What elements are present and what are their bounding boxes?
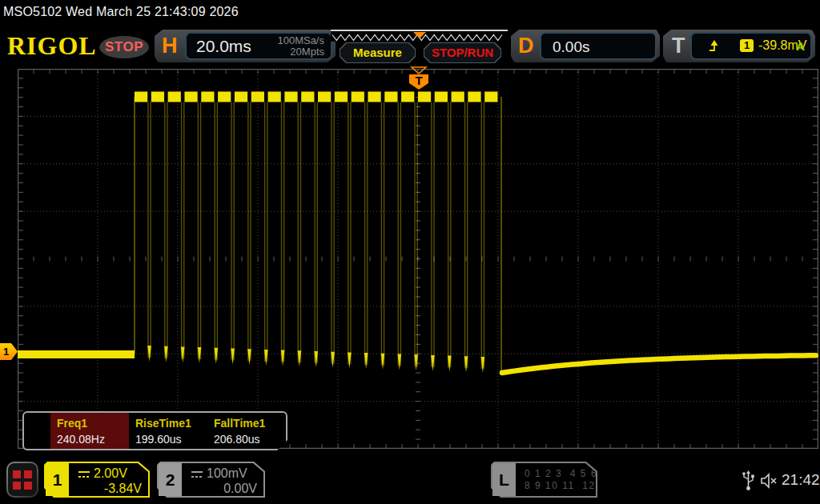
acquisition-info: 100MSa/s 20Mpts [277,35,324,58]
speaker-muted-icon [760,473,779,489]
channel2-status-block[interactable]: 100mV 0.00V 2 [157,462,265,498]
channel2-number-tab[interactable]: 2 [159,463,182,496]
delay-box[interactable]: 0.00s [540,32,657,60]
title-bar: MSO5102 Wed March 25 21:43:09 2026 [3,5,239,19]
logic-channels-row2: 8 9 10 11 12 13 14 15 [525,480,646,491]
measure-button[interactable]: Measure [340,42,416,63]
trigger-box[interactable]: 1 -39.8mV A [690,32,812,60]
channel1-offset: -3.84V [104,482,142,496]
delay-settings-group[interactable]: D 0.00s [511,30,660,62]
memory-depth: 20Mpts [277,46,324,58]
horizontal-label: H [162,30,178,62]
usb-icon [742,470,755,492]
run-state-badge[interactable]: STOP [99,36,149,58]
logic-tab[interactable]: L [492,463,516,496]
trigger-mode-auto: A [796,39,805,53]
trigger-label: T [672,30,685,62]
trigger-slope-icon [708,39,722,53]
channel1-number-tab[interactable]: 1 [46,463,69,496]
logic-channels-block[interactable]: 0 1 2 3 4 5 6 7 8 9 10 11 12 13 14 15 L [491,462,597,498]
waveform-preview-bar[interactable] [331,30,508,42]
measurement-freq1[interactable]: Freq1 240.08Hz [50,413,129,449]
preview-zigzag-icon [331,31,508,43]
clock: 21:42 [782,471,820,489]
channel1-waveform [18,69,818,449]
trigger-source-badge: 1 [740,39,754,52]
delay-label: D [518,30,534,62]
measurement-results-panel[interactable]: Freq1 240.08Hz RiseTime1 199.60us FallTi… [22,411,287,450]
rigol-logo: RIGOL [7,31,97,61]
svg-text:T: T [415,74,422,87]
menu-grid-icon [8,463,37,496]
channel1-scale: 2.00V [94,466,127,481]
timebase-value: 20.0ms [196,37,251,56]
delay-value: 0.00s [553,38,589,56]
timebase-box[interactable]: 20.0ms 100MSa/s 20Mpts [185,32,332,60]
channel1-position-marker[interactable]: 1 [0,343,18,360]
channel1-status-block[interactable]: 2.00V -3.84V 1 [44,462,150,498]
horizontal-settings-group[interactable]: H 20.0ms 100MSa/s 20Mpts [155,30,336,62]
dc-coupling-icon [78,470,90,479]
oscilloscope-screen: MSO5102 Wed March 25 21:43:09 2026 RIGOL… [0,0,820,504]
measurement-falltime1[interactable]: FallTime1 206.80us [207,413,286,449]
dc-coupling-icon [191,470,203,479]
stop-run-button[interactable]: STOP/RUN [424,42,501,63]
menu-grid-button[interactable] [6,462,38,498]
trigger-settings-group[interactable]: T 1 -39.8mV A [663,30,815,62]
measurement-risetime1[interactable]: RiseTime1 199.60us [129,413,207,449]
channel2-offset: 0.00V [223,482,257,496]
trigger-position-marker[interactable]: T [406,66,432,93]
sample-rate: 100MSa/s [277,35,324,46]
channel2-scale: 100mV [207,466,247,481]
